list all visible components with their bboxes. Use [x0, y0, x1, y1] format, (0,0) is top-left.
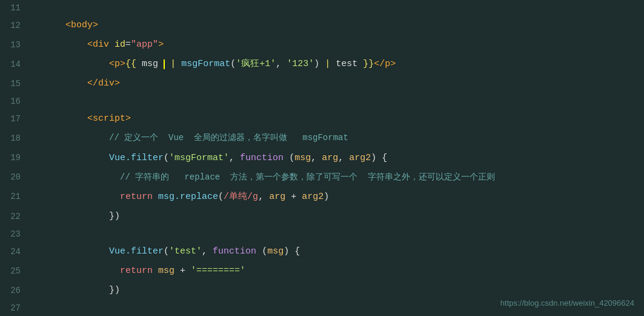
- line-number-19: 19: [0, 151, 30, 164]
- line-number-14: 14: [0, 58, 30, 71]
- line-number-21: 21: [0, 190, 30, 203]
- line-number-12: 12: [0, 19, 30, 32]
- line-number-24: 24: [0, 245, 30, 258]
- code-editor: 11 12 <body> 13 <div id="app"> 14 <p>{{ …: [0, 0, 644, 316]
- code-line-22: 22 }): [0, 207, 644, 226]
- line-number-27: 27: [0, 301, 30, 315]
- code-line-15: 15 </div>: [0, 74, 644, 93]
- line-number-20: 20: [0, 170, 30, 184]
- line-number-22: 22: [0, 210, 30, 223]
- line-number-25: 25: [0, 264, 30, 278]
- line-number-13: 13: [0, 38, 30, 52]
- line-number-16: 16: [0, 95, 30, 108]
- watermark: https://blog.csdn.net/weixin_42096624: [500, 297, 634, 310]
- line-number-23: 23: [0, 227, 30, 241]
- line-number-15: 15: [0, 77, 30, 90]
- line-number-17: 17: [0, 112, 30, 126]
- line-number-18: 18: [0, 132, 30, 145]
- line-number-26: 26: [0, 284, 30, 297]
- line-number-11: 11: [0, 1, 30, 15]
